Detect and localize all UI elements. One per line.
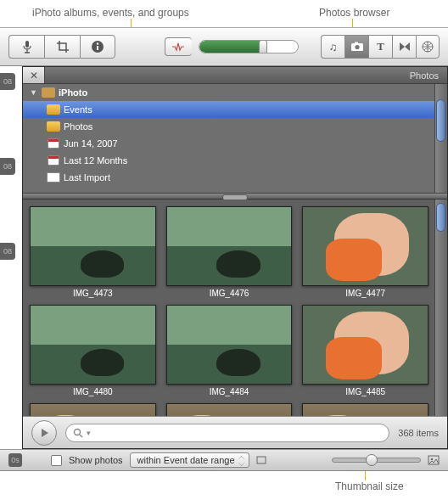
- scrollbar-thumb[interactable]: [436, 203, 445, 232]
- show-photos-checkbox[interactable]: [51, 455, 62, 466]
- thumbnail-image: [166, 206, 293, 286]
- thumbnail-image: [30, 206, 156, 286]
- tree-item-label: Jun 14, 2007: [64, 138, 118, 149]
- thumbnail-item[interactable]: IMG_4485: [302, 305, 428, 396]
- ducking-icon: [171, 42, 187, 52]
- callout-source-tree: iPhoto albums, events, and groups: [32, 7, 189, 19]
- photos-browser-button[interactable]: [344, 35, 368, 59]
- play-icon: [39, 428, 49, 438]
- thumbnail-label: IMG_4473: [30, 289, 156, 298]
- tree-item-events[interactable]: Events: [23, 101, 447, 118]
- photos-panel: ✕ Photos ▼ iPhoto Events Photos Jun 14, …: [22, 66, 448, 449]
- source-list: ▼ iPhoto Events Photos Jun 14, 2007 Last…: [23, 84, 447, 193]
- transition-icon: [399, 42, 411, 52]
- slider-knob[interactable]: [366, 454, 378, 466]
- ducking-button[interactable]: [165, 37, 192, 56]
- svg-point-6: [355, 45, 359, 49]
- scrollbar-thumb[interactable]: [436, 99, 445, 142]
- thumbnail-image: [302, 403, 428, 416]
- svg-rect-0: [25, 41, 29, 48]
- info-button[interactable]: [80, 35, 115, 59]
- source-scrollbar[interactable]: [434, 84, 447, 193]
- close-icon: ✕: [30, 70, 38, 81]
- popup-label: within Event date range: [137, 455, 235, 465]
- main-toolbar: ♫ T: [0, 27, 448, 66]
- search-icon: [73, 428, 83, 438]
- thumbnail-label: IMG_4485: [302, 387, 428, 396]
- timeline-marker: 08: [0, 158, 15, 175]
- thumbnail-size-slider[interactable]: [332, 458, 421, 463]
- search-menu-chevron-icon[interactable]: ▾: [87, 429, 91, 437]
- item-count-label: 368 items: [398, 428, 439, 438]
- thumbnail-image: [166, 403, 293, 416]
- svg-point-8: [75, 429, 81, 435]
- events-icon: [47, 104, 60, 115]
- iphoto-library-icon: [42, 87, 55, 98]
- globe-icon: [422, 41, 434, 53]
- calendar-icon: [48, 138, 59, 149]
- thumbnail-scrollbar[interactable]: [434, 199, 447, 416]
- svg-point-12: [431, 458, 433, 460]
- thumbnail-image: [302, 206, 428, 286]
- volume-slider[interactable]: [199, 40, 299, 53]
- tree-item-date[interactable]: Jun 14, 2007: [23, 135, 447, 152]
- thumbnail-item[interactable]: IMG_4473: [30, 206, 156, 298]
- svg-point-3: [97, 42, 98, 44]
- titles-browser-button[interactable]: T: [368, 35, 392, 59]
- tree-item-last-12-months[interactable]: Last 12 Months: [23, 152, 447, 169]
- thumbnail-image: [166, 305, 293, 385]
- thumbnail-label: IMG_4477: [302, 289, 428, 298]
- svg-line-9: [80, 435, 82, 437]
- tree-item-label: Last Import: [64, 172, 110, 183]
- thumbnail-large-icon: [428, 455, 440, 465]
- thumbnail-item[interactable]: [30, 403, 156, 416]
- music-note-icon: ♫: [329, 41, 338, 53]
- calendar-icon: [48, 155, 59, 166]
- transitions-browser-button[interactable]: [392, 35, 416, 59]
- volume-knob[interactable]: [259, 40, 267, 53]
- close-panel-button[interactable]: ✕: [23, 67, 45, 83]
- thumbnail-grid: IMG_4473 IMG_4476 IMG_4477 IMG_4480 IMG_…: [23, 199, 447, 416]
- date-range-popup[interactable]: within Event date range: [130, 452, 249, 468]
- thumbnail-item[interactable]: IMG_4476: [166, 206, 293, 298]
- panel-title: Photos: [410, 70, 439, 81]
- tree-item-label: Photos: [64, 121, 92, 132]
- thumbnail-label: IMG_4480: [30, 387, 156, 396]
- thumbnail-item[interactable]: IMG_4477: [302, 206, 428, 298]
- camera-icon: [350, 42, 364, 52]
- tree-root-label: iPhoto: [59, 87, 87, 98]
- disclosure-triangle-icon[interactable]: ▼: [30, 88, 38, 97]
- svg-rect-5: [355, 42, 358, 45]
- timeline-marker: 08: [0, 73, 15, 90]
- browser-footer: ▾ 368 items: [23, 416, 447, 448]
- audio-browser-button[interactable]: ♫: [321, 35, 344, 59]
- thumbnail-item[interactable]: IMG_4480: [30, 305, 156, 396]
- tree-item-last-import[interactable]: Last Import: [23, 169, 447, 186]
- tree-item-photos[interactable]: Photos: [23, 118, 447, 135]
- search-input[interactable]: ▾: [65, 424, 389, 442]
- thumbnail-item[interactable]: [302, 403, 428, 416]
- panel-header: ✕ Photos: [23, 67, 447, 84]
- thumbnail-item[interactable]: IMG_4484: [166, 305, 293, 396]
- text-icon: T: [377, 40, 384, 53]
- bottom-options-bar: 0s Show photos within Event date range: [0, 449, 448, 471]
- play-slideshow-button[interactable]: [31, 420, 57, 446]
- thumbnail-image: [302, 305, 428, 385]
- tree-root-iphoto[interactable]: ▼ iPhoto: [23, 84, 447, 101]
- maps-browser-button[interactable]: [416, 35, 440, 59]
- thumbnail-small-icon: [256, 456, 266, 464]
- thumbnail-label: IMG_4476: [166, 289, 293, 298]
- voiceover-button[interactable]: [8, 35, 44, 59]
- panel-splitter[interactable]: [23, 193, 447, 199]
- last-import-icon: [47, 172, 60, 183]
- svg-rect-2: [97, 46, 98, 50]
- callout-photos-browser: Photos browser: [319, 7, 389, 19]
- thumbnail-label: IMG_4484: [166, 387, 293, 396]
- info-icon: [91, 40, 104, 53]
- photos-icon: [47, 121, 60, 132]
- tree-item-label: Last 12 Months: [64, 155, 127, 166]
- thumbnail-item[interactable]: [166, 403, 293, 416]
- crop-button[interactable]: [44, 35, 80, 59]
- callout-thumbnail-size: Thumbnail size: [335, 480, 404, 492]
- microphone-icon: [21, 40, 33, 53]
